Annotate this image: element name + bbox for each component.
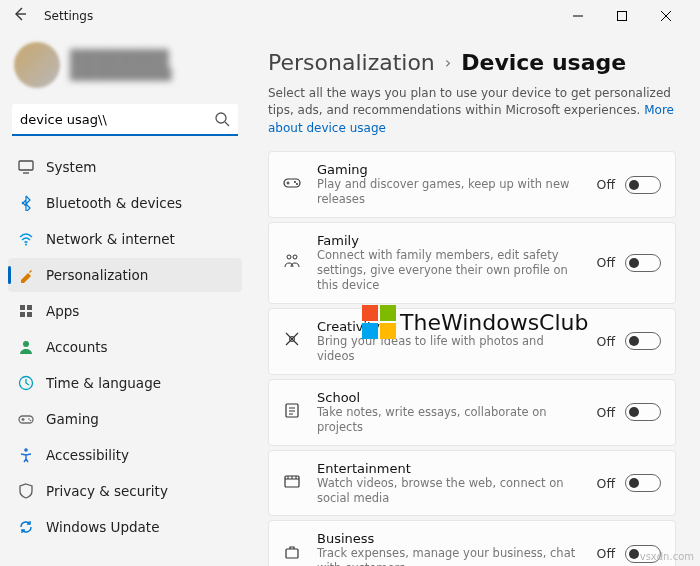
- toggle-entertainment[interactable]: [625, 474, 661, 492]
- usage-card-gaming: GamingPlay and discover games, keep up w…: [268, 151, 676, 218]
- card-title: Gaming: [317, 162, 583, 177]
- svg-point-8: [23, 341, 29, 347]
- sidebar-item-label: Privacy & security: [46, 483, 168, 499]
- sidebar-item-label: Bluetooth & devices: [46, 195, 182, 211]
- usage-cards: GamingPlay and discover games, keep up w…: [268, 151, 676, 566]
- source-label: vsxdn.com: [640, 551, 694, 562]
- card-description: Watch videos, browse the web, connect on…: [317, 476, 583, 506]
- usage-card-creativity: CreativityBring your ideas to life with …: [268, 308, 676, 375]
- svg-point-11: [28, 418, 30, 420]
- svg-rect-4: [20, 305, 25, 310]
- card-description: Take notes, write essays, collaborate on…: [317, 405, 583, 435]
- toggle-gaming[interactable]: [625, 176, 661, 194]
- sidebar-item-accessibility[interactable]: Accessibility: [8, 438, 242, 472]
- maximize-icon: [617, 11, 627, 21]
- toggle-creativity[interactable]: [625, 332, 661, 350]
- card-description: Connect with family members, edit safety…: [317, 248, 583, 293]
- svg-rect-6: [20, 312, 25, 317]
- toggle-state-label: Off: [597, 476, 615, 491]
- card-title: Family: [317, 233, 583, 248]
- svg-rect-2: [19, 161, 33, 170]
- toggle-school[interactable]: [625, 403, 661, 421]
- usage-card-family: FamilyConnect with family members, edit …: [268, 222, 676, 304]
- sidebar-item-system[interactable]: System: [8, 150, 242, 184]
- search-box[interactable]: [12, 104, 238, 136]
- profile-text: ████████████████████: [70, 49, 172, 81]
- family-icon: [283, 252, 303, 274]
- svg-rect-5: [27, 305, 32, 310]
- toggle-state-label: Off: [597, 546, 615, 561]
- sidebar-item-label: Apps: [46, 303, 79, 319]
- person-icon: [18, 339, 34, 355]
- svg-rect-7: [27, 312, 32, 317]
- school-icon: [283, 401, 303, 423]
- intro-text: Select all the ways you plan to use your…: [268, 85, 676, 137]
- paint-icon: [18, 267, 34, 283]
- nav-list: SystemBluetooth & devicesNetwork & inter…: [8, 150, 242, 544]
- sidebar-item-label: System: [46, 159, 96, 175]
- sidebar: ████████████████████ SystemBluetooth & d…: [0, 32, 250, 566]
- sidebar-item-windows-update[interactable]: Windows Update: [8, 510, 242, 544]
- breadcrumb-parent[interactable]: Personalization: [268, 50, 435, 75]
- toggle-state-label: Off: [597, 255, 615, 270]
- svg-point-18: [293, 255, 297, 259]
- svg-point-12: [30, 420, 32, 422]
- breadcrumb: Personalization › Device usage: [268, 50, 676, 75]
- svg-rect-0: [618, 12, 627, 21]
- sidebar-item-label: Network & internet: [46, 231, 175, 247]
- svg-point-16: [296, 183, 298, 185]
- svg-rect-22: [286, 549, 298, 558]
- back-button[interactable]: [12, 6, 30, 26]
- update-icon: [18, 519, 34, 535]
- avatar: [14, 42, 60, 88]
- card-title: Entertainment: [317, 461, 583, 476]
- minimize-icon: [573, 11, 583, 21]
- close-button[interactable]: [644, 0, 688, 32]
- card-description: Track expenses, manage your business, ch…: [317, 546, 583, 566]
- sidebar-item-personalization[interactable]: Personalization: [8, 258, 242, 292]
- shield-icon: [18, 483, 34, 499]
- card-description: Bring your ideas to life with photos and…: [317, 334, 583, 364]
- access-icon: [18, 447, 34, 463]
- creative-icon: [283, 330, 303, 352]
- usage-card-business: BusinessTrack expenses, manage your busi…: [268, 520, 676, 566]
- sidebar-item-label: Windows Update: [46, 519, 159, 535]
- toggle-state-label: Off: [597, 334, 615, 349]
- sidebar-item-label: Accessibility: [46, 447, 129, 463]
- profile-block[interactable]: ████████████████████: [8, 38, 242, 98]
- arrow-left-icon: [12, 6, 28, 22]
- sidebar-item-gaming[interactable]: Gaming: [8, 402, 242, 436]
- toggle-state-label: Off: [597, 405, 615, 420]
- title-bar: Settings: [0, 0, 700, 32]
- toggle-family[interactable]: [625, 254, 661, 272]
- sidebar-item-apps[interactable]: Apps: [8, 294, 242, 328]
- svg-point-17: [287, 255, 291, 259]
- svg-point-3: [25, 244, 27, 246]
- monitor-icon: [18, 159, 34, 175]
- sidebar-item-bluetooth-devices[interactable]: Bluetooth & devices: [8, 186, 242, 220]
- maximize-button[interactable]: [600, 0, 644, 32]
- gamepad-icon: [283, 174, 303, 196]
- search-input[interactable]: [12, 104, 238, 136]
- svg-point-15: [294, 181, 296, 183]
- card-description: Play and discover games, keep up with ne…: [317, 177, 583, 207]
- usage-card-school: SchoolTake notes, write essays, collabor…: [268, 379, 676, 446]
- close-icon: [661, 11, 671, 21]
- svg-rect-10: [19, 416, 33, 423]
- business-icon: [283, 543, 303, 565]
- sidebar-item-time-language[interactable]: Time & language: [8, 366, 242, 400]
- sidebar-item-privacy-security[interactable]: Privacy & security: [8, 474, 242, 508]
- card-title: School: [317, 390, 583, 405]
- sidebar-item-label: Time & language: [46, 375, 161, 391]
- search-icon: [214, 111, 230, 131]
- main-content: Personalization › Device usage Select al…: [250, 32, 700, 566]
- toggle-state-label: Off: [597, 177, 615, 192]
- bluetooth-icon: [18, 195, 34, 211]
- card-title: Creativity: [317, 319, 583, 334]
- chevron-right-icon: ›: [445, 53, 451, 72]
- minimize-button[interactable]: [556, 0, 600, 32]
- intro-body: Select all the ways you plan to use your…: [268, 86, 671, 117]
- sidebar-item-accounts[interactable]: Accounts: [8, 330, 242, 364]
- sidebar-item-network-internet[interactable]: Network & internet: [8, 222, 242, 256]
- page-title: Device usage: [461, 50, 626, 75]
